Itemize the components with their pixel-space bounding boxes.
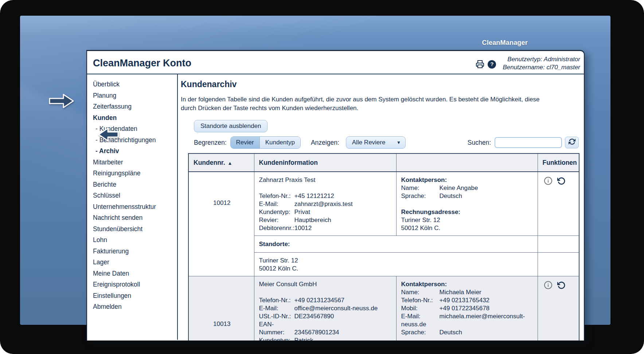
archive-tools: Standorte ausblenden Begrenzen: Revier K…: [188, 120, 579, 341]
sidebar-nav: Überblick Planung Zeiterfassung Kunden -…: [87, 74, 178, 340]
user-type: Benutzertyp: Administrator: [503, 55, 580, 63]
segment-revier-button[interactable]: Revier: [231, 137, 259, 148]
billing-city: 50012 Köln C.: [401, 224, 534, 232]
info-line-ean-number: Nummer:2345678901234: [259, 328, 393, 337]
billing-heading: Rechnungsadresse:: [401, 208, 534, 216]
annotation-arrow-kunden: [49, 93, 74, 109]
customer-info-cell: Zahnarzt Praxis Test Telefon-Nr.:+45 121…: [254, 172, 396, 236]
sort-ascending-icon: ▲: [228, 160, 233, 166]
contact-heading: Kontaktperson:: [401, 280, 534, 288]
sidebar-item-kunden[interactable]: Kunden: [93, 112, 177, 124]
app-window: CleanManager Konto: [86, 50, 585, 341]
contact-heading: Kontaktperson:: [401, 176, 534, 184]
customer-name: Meier Consult GmbH: [259, 280, 393, 288]
sidebar-item-meine-daten[interactable]: Meine Daten: [93, 268, 177, 279]
annotation-arrow-archiv: [98, 127, 119, 142]
sidebar-item-fakturierung[interactable]: Fakturierung: [93, 246, 177, 257]
info-line-vat: USt.-ID-Nr.:DE234567890: [259, 312, 393, 320]
column-header-kundennr[interactable]: Kundennr.▲: [188, 153, 254, 172]
toggle-locations-button[interactable]: Standorte ausblenden: [194, 120, 268, 132]
customer-name: Zahnarzt Praxis Test: [259, 176, 393, 184]
contact-line-name: Name:Michaela Meier: [401, 288, 534, 296]
refresh-icon: [569, 138, 575, 147]
header-right-cluster: ? Benutzertyp: Administrator Benutzernam…: [476, 55, 580, 71]
locations-label: Standorte:: [254, 236, 538, 253]
location-street: Turiner Str. 12: [259, 257, 534, 265]
column-header-funktionen: Funktionen: [538, 153, 579, 172]
sidebar-item-nachricht-senden[interactable]: Nachricht senden: [93, 212, 177, 223]
info-icon: [544, 181, 553, 186]
spacer-line: [401, 200, 534, 208]
desktop-background: CleanManager CleanManager Konto: [20, 16, 610, 325]
sidebar-item-mitarbeiter[interactable]: Mitarbeiter: [93, 157, 177, 168]
window-header: CleanManager Konto: [87, 51, 584, 74]
user-info: Benutzertyp: Administrator Benutzername:…: [503, 55, 580, 71]
print-button[interactable]: [476, 60, 484, 69]
refresh-button[interactable]: [565, 137, 579, 148]
printer-icon: [476, 64, 484, 70]
function-icons: [543, 176, 575, 185]
info-line-type: Kundentyp:Privat: [259, 208, 393, 216]
sidebar-item-reinigungsplaene[interactable]: Reinigungspläne: [93, 168, 177, 179]
contact-line-mobile: Mobil:+49 01722345678: [401, 304, 534, 312]
screenshot-frame: CleanManager CleanManager Konto: [0, 0, 644, 354]
sidebar-item-stundenuebersicht[interactable]: Stundenübersicht: [93, 223, 177, 235]
revier-select-value: Alle Reviere: [352, 139, 386, 146]
customer-info-cell: Meier Consult GmbH Telefon-Nr.:+49 02131…: [254, 276, 396, 341]
header-icons: ?: [476, 60, 496, 69]
column-header-blank: [396, 153, 538, 172]
search-input[interactable]: [495, 137, 562, 148]
customer-restore-button[interactable]: [557, 177, 566, 185]
contact-line-email-wrap: neuss.de: [401, 320, 534, 328]
contact-line-email: E-Mail:michaela.meier@meierconsult-: [401, 312, 534, 320]
sidebar-item-zeiterfassung[interactable]: Zeiterfassung: [93, 101, 177, 112]
info-line-phone: Telefon-Nr.:+49 02131234567: [259, 296, 393, 304]
customer-restore-button[interactable]: [557, 281, 566, 289]
sidebar-item-lohn[interactable]: Lohn: [93, 234, 177, 246]
column-header-kundeninformation: Kundeninformation: [254, 153, 396, 172]
sidebar-item-archiv[interactable]: - Archiv: [93, 145, 177, 157]
sidebar-item-ereignisprotokoll[interactable]: Ereignisprotokoll: [93, 279, 177, 290]
limit-label: Begrenzen:: [194, 139, 227, 147]
segment-kundentyp-button[interactable]: Kundentyp: [259, 137, 300, 148]
info-line-type: Kundentyp:Patrick: [259, 337, 393, 341]
revier-select[interactable]: Alle Reviere ▼: [346, 136, 406, 149]
customer-contact-cell: Kontaktperson: Name:Keine Angabe Sprache…: [396, 172, 538, 236]
customer-functions-cell: [538, 172, 579, 236]
sidebar-item-einstellungen[interactable]: Einstellungen: [93, 290, 177, 302]
page-description: In der folgenden Tabelle sind die Kunden…: [181, 95, 547, 113]
locations-functions-cell: [538, 236, 579, 253]
customer-info-button[interactable]: [544, 176, 553, 185]
chevron-down-icon: ▼: [397, 140, 401, 145]
info-line-email: E-Mail:office@meierconsult-neuss.de: [259, 304, 393, 312]
help-button[interactable]: ?: [488, 60, 496, 69]
info-icon: [544, 285, 553, 291]
main-content: Kundenarchiv In der folgenden Tabelle si…: [178, 74, 584, 340]
billing-street: Turiner Str. 12: [401, 216, 534, 224]
customer-number: 10012: [188, 172, 254, 276]
sidebar-item-unternehmensstruktur[interactable]: Unternehmensstruktur: [93, 201, 177, 213]
sidebar-item-ueberblick[interactable]: Überblick: [93, 79, 177, 90]
help-icon: ?: [488, 60, 496, 69]
spacer-line: [259, 288, 393, 296]
window-content: Überblick Planung Zeiterfassung Kunden -…: [87, 74, 584, 340]
sidebar-item-abmelden[interactable]: Abmelden: [93, 301, 177, 312]
location-address-cell: Turiner Str. 12 50012 Köln C.: [254, 253, 538, 276]
sidebar-item-planung[interactable]: Planung: [93, 90, 177, 101]
customer-functions-cell: [538, 276, 579, 341]
sidebar-item-berichte[interactable]: Berichte: [93, 179, 177, 190]
customer-info-button[interactable]: [544, 281, 553, 289]
sidebar-item-lager[interactable]: Lager: [93, 257, 177, 268]
spacer-line: [259, 184, 393, 192]
restore-icon: [557, 181, 566, 186]
table-header-row: Kundennr.▲ Kundeninformation Funktionen: [188, 153, 579, 172]
contact-line-language: Sprache:Deutsch: [401, 328, 534, 337]
contact-line-language: Sprache:Deutsch: [401, 192, 534, 200]
limit-segmented-control: Revier Kundentyp: [230, 136, 301, 149]
info-line-email: E-Mail:zahnarzt@praxis.test: [259, 200, 393, 208]
user-name: Benutzername: cl70_master: [503, 63, 580, 71]
sidebar-item-schluessel[interactable]: Schlüssel: [93, 190, 177, 201]
info-line-revier: Revier:Hauptbereich: [259, 216, 393, 224]
customer-row: 10012 Zahnarzt Praxis Test Telefon-Nr.:+…: [188, 172, 579, 236]
info-line-debitor: Debitorennr.:10012: [259, 224, 393, 232]
